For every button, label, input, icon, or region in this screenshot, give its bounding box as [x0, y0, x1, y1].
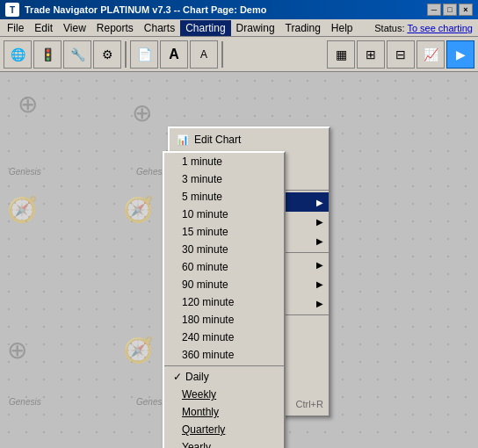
font-a-button[interactable]: A — [160, 40, 188, 69]
submenu-5min[interactable]: 5 minute — [164, 188, 284, 206]
bar-time-period-submenu: 1 minute 3 minute 5 minute 10 minute 15 … — [163, 151, 286, 448]
close-button[interactable]: × — [459, 4, 473, 16]
edit-chart-label: Edit Chart — [194, 134, 323, 146]
menu-drawing[interactable]: Drawing — [231, 20, 280, 36]
maximize-button[interactable]: □ — [443, 4, 457, 16]
chart-type-bar-button[interactable]: ▦ — [327, 40, 355, 69]
submenu-60min[interactable]: 60 minute — [164, 258, 284, 276]
status-area: Status: To see charting — [374, 23, 476, 33]
submenu-240min[interactable]: 240 minute — [164, 329, 284, 346]
main-area: Genesis Genesis Genesis Genesis ⊕ 🧭 ⊕ ⊕ … — [0, 72, 478, 448]
menu-trading[interactable]: Trading — [280, 20, 326, 36]
chart-type-3-button[interactable]: ⊟ — [387, 40, 415, 69]
pages-arrow: ▶ — [316, 260, 323, 270]
submenu-90min[interactable]: 90 minute — [164, 276, 284, 293]
submenu-1min[interactable]: 1 minute — [164, 153, 284, 170]
toolbar: 🌐 🚦 🔧 ⚙ 📄 A A ▦ ⊞ ⊟ 📈 ▶ — [0, 37, 478, 72]
nav-icon-4: ⊕ — [132, 98, 152, 127]
nav-icon-3: ⊕ — [7, 336, 27, 365]
nav-icon-1: ⊕ — [18, 90, 38, 119]
toolbar-separator-1 — [125, 41, 127, 68]
menu-charts[interactable]: Charts — [139, 20, 180, 36]
submenu-10min[interactable]: 10 minute — [164, 206, 284, 223]
nav-icon-5: 🧭 — [123, 195, 154, 224]
spacing-arrow: ▶ — [316, 236, 323, 246]
menu-help[interactable]: Help — [326, 20, 358, 36]
submenu-weekly[interactable]: Weekly — [164, 386, 284, 403]
window-controls: ─ □ × — [427, 4, 473, 16]
replay-history-shortcut: Ctrl+R — [296, 399, 323, 409]
submenu-3min[interactable]: 3 minute — [164, 170, 284, 188]
menu-reports[interactable]: Reports — [91, 20, 139, 36]
submenu-yearly[interactable]: Yearly — [164, 438, 284, 448]
cursors-arrow: ▶ — [316, 299, 323, 308]
status-label: Status: — [374, 23, 407, 33]
chart-type-2-button[interactable]: ⊞ — [357, 40, 385, 69]
nav-icon-2: 🧭 — [7, 195, 38, 224]
menu-charting[interactable]: Charting — [180, 20, 230, 36]
chart-line-button[interactable]: 📈 — [416, 40, 445, 69]
toolbar-separator-2 — [221, 41, 223, 68]
genesis-label-3: Genesis — [9, 397, 41, 407]
page-button[interactable]: 📄 — [130, 40, 158, 69]
chart-extra-button[interactable]: ▶ — [446, 40, 474, 69]
edit-chart-icon: 📊 — [175, 133, 191, 147]
submenu-15min[interactable]: 15 minute — [164, 223, 284, 241]
edit-chart-item[interactable]: 📊 Edit Chart — [170, 130, 329, 149]
menu-bar: File Edit View Reports Charts Charting D… — [0, 19, 478, 37]
menu-file[interactable]: File — [2, 20, 29, 36]
traffic-light-button[interactable]: 🚦 — [33, 40, 62, 69]
globe-button[interactable]: 🌐 — [4, 40, 32, 69]
submenu-30min[interactable]: 30 minute — [164, 241, 284, 258]
nav-icon-6: 🧭 — [123, 336, 154, 365]
tools-button[interactable]: 🔧 — [63, 40, 91, 69]
minimize-button[interactable]: ─ — [427, 4, 441, 16]
bar-time-period-arrow: ▶ — [316, 198, 323, 207]
menu-edit[interactable]: Edit — [29, 20, 58, 36]
submenu-120min[interactable]: 120 minute — [164, 293, 284, 311]
window-title: Trade Navigator PLATINUM v7.3 -- Chart P… — [25, 4, 427, 15]
menu-view[interactable]: View — [58, 20, 91, 36]
submenu-360min[interactable]: 360 minute — [164, 346, 284, 364]
submenu-180min[interactable]: 180 minute — [164, 311, 284, 329]
submenu-quarterly[interactable]: Quarterly — [164, 421, 284, 438]
templates-arrow: ▶ — [316, 279, 323, 289]
submenu-separator-1 — [164, 365, 284, 366]
submenu-monthly[interactable]: Monthly — [164, 403, 284, 421]
app-icon: T — [5, 3, 19, 17]
genesis-label-1: Genesis — [9, 167, 41, 177]
submenu-daily[interactable]: Daily — [164, 368, 284, 386]
title-bar: T Trade Navigator PLATINUM v7.3 -- Chart… — [0, 0, 478, 19]
bar-display-type-arrow: ▶ — [316, 217, 323, 227]
font-a-small-button[interactable]: A — [190, 40, 218, 69]
settings-button[interactable]: ⚙ — [93, 40, 121, 69]
status-link[interactable]: To see charting — [407, 23, 473, 33]
